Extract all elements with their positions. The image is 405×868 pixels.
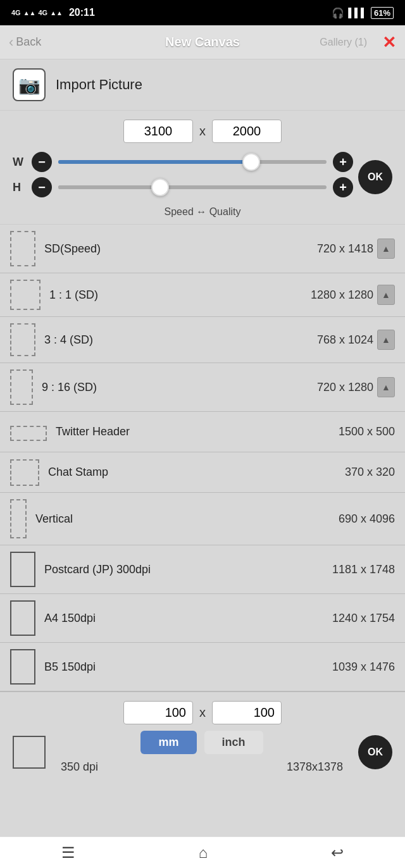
list-item[interactable]: A4 150dpi 1240 x 1754	[0, 594, 405, 643]
preset-info: Postcard (JP) 300dpi 1181 x 1748	[44, 563, 395, 576]
preset-thumb	[10, 649, 35, 685]
dpi-label: 350 dpi	[61, 760, 98, 774]
list-item[interactable]: Chat Stamp 370 x 320	[0, 452, 405, 493]
preset-info: Vertical 690 x 4096	[35, 512, 395, 526]
headphones-icon: 🎧	[332, 7, 344, 19]
preset-spinner[interactable]: ▲	[377, 285, 395, 305]
preset-name: Postcard (JP) 300dpi	[44, 563, 151, 576]
preset-info: SD(Speed) 720 x 1418 ▲	[44, 239, 395, 259]
speed-quality-label: Speed ↔ Quality	[13, 206, 392, 218]
custom-bottom-row: mm inch 350 dpi 1378x1378 OK	[13, 731, 392, 774]
w-label: W	[13, 156, 25, 169]
preset-size: 768 x 1024	[317, 333, 373, 347]
preset-name: 9 : 16 (SD)	[42, 381, 97, 394]
dpi-row: 350 dpi 1378x1378	[54, 760, 349, 774]
status-bar: 4G ▲▲ 4G ▲▲ 20:11 🎧 ▌▌▌ 61%	[0, 0, 405, 25]
list-item[interactable]: Vertical 690 x 4096	[0, 493, 405, 545]
list-item[interactable]: Twitter Header 1500 x 500	[0, 412, 405, 452]
preset-thumb	[10, 499, 27, 538]
custom-dim-row: x	[13, 701, 392, 724]
preset-name: 1 : 1 (SD)	[49, 288, 98, 302]
nav-bar: ‹ Back Gallery (1) New Canvas ✕	[0, 25, 405, 59]
import-icon-box: 📷	[13, 68, 46, 101]
preset-name: B5 150dpi	[44, 660, 96, 674]
list-item[interactable]: SD(Speed) 720 x 1418 ▲	[0, 225, 405, 273]
import-picture-row[interactable]: 📷 Import Picture	[0, 59, 405, 111]
custom-height-input[interactable]	[212, 701, 282, 724]
preset-thumb	[10, 552, 35, 587]
preset-info: 1 : 1 (SD) 1280 x 1280 ▲	[49, 285, 395, 305]
width-increase-button[interactable]: +	[333, 152, 353, 172]
preset-name: SD(Speed)	[44, 242, 101, 256]
slider-rows-wrapper: W − + H − +	[13, 152, 392, 202]
status-left: 4G ▲▲ 4G ▲▲ 20:11	[11, 7, 95, 18]
custom-controls: mm inch 350 dpi 1378x1378	[54, 731, 349, 774]
slider-rows-col: W − + H − +	[13, 152, 353, 202]
back-button[interactable]: ‹ Back	[9, 34, 41, 51]
preset-list: SD(Speed) 720 x 1418 ▲ 1 : 1 (SD) 1280 x…	[0, 225, 405, 691]
preset-name: 3 : 4 (SD)	[44, 333, 93, 347]
list-item[interactable]: B5 150dpi 1039 x 1476	[0, 643, 405, 691]
dim-values-row: x	[13, 120, 392, 143]
custom-width-input[interactable]	[123, 701, 193, 724]
camera-icon: 📷	[18, 75, 40, 96]
preset-thumb	[10, 323, 35, 356]
height-slider-fill	[58, 185, 160, 189]
close-button[interactable]: ✕	[382, 34, 396, 51]
height-input[interactable]	[212, 120, 282, 143]
list-item[interactable]: 3 : 4 (SD) 768 x 1024 ▲	[0, 317, 405, 363]
preset-size: 720 x 1418	[317, 242, 373, 256]
preset-name: Twitter Header	[56, 425, 130, 438]
unit-row: mm inch	[54, 731, 349, 754]
custom-x-separator: x	[199, 705, 206, 720]
signal-dots-2: ▲▲	[50, 9, 63, 16]
menu-icon[interactable]: ☰	[61, 844, 75, 862]
height-increase-button[interactable]: +	[333, 177, 353, 197]
height-slider-track[interactable]	[58, 185, 327, 189]
width-slider-track[interactable]	[58, 160, 327, 164]
inch-unit-button[interactable]: inch	[204, 731, 263, 754]
preset-thumb	[10, 600, 35, 636]
preset-name: Vertical	[35, 512, 73, 526]
preset-info: Twitter Header 1500 x 500	[56, 425, 395, 438]
main-content: 📷 Import Picture x W − +	[0, 59, 405, 836]
preset-spinner[interactable]: ▲	[377, 377, 395, 397]
list-item[interactable]: 1 : 1 (SD) 1280 x 1280 ▲	[0, 273, 405, 317]
height-slider-row: H − +	[13, 177, 353, 197]
back-label: Back	[16, 35, 41, 49]
preset-info: A4 150dpi 1240 x 1754	[44, 612, 395, 625]
preset-spinner[interactable]: ▲	[377, 330, 395, 350]
preset-name: Chat Stamp	[48, 466, 108, 479]
width-slider-thumb	[242, 153, 260, 171]
preset-info: 3 : 4 (SD) 768 x 1024 ▲	[44, 330, 395, 350]
preset-info: Chat Stamp 370 x 320	[48, 466, 395, 479]
height-decrease-button[interactable]: −	[32, 177, 52, 197]
mm-unit-button[interactable]: mm	[140, 731, 196, 754]
signal-4g-1: 4G	[11, 9, 21, 16]
status-right: 🎧 ▌▌▌ 61%	[332, 7, 394, 19]
dim-x-separator: x	[199, 124, 206, 139]
preset-size: 1240 x 1754	[332, 612, 395, 625]
bottom-nav-bar: ☰ ⌂ ↩	[0, 836, 405, 868]
width-input[interactable]	[123, 120, 193, 143]
signal-4g-2: 4G	[38, 9, 47, 16]
signal-bars-icon: ▌▌▌	[348, 8, 367, 18]
time: 20:11	[69, 7, 95, 18]
home-icon[interactable]: ⌂	[199, 844, 208, 862]
preset-size: 370 x 320	[345, 466, 395, 479]
back-nav-icon[interactable]: ↩	[331, 844, 344, 862]
preset-thumb	[10, 280, 40, 310]
dimension-section: x W − + H −	[0, 111, 405, 225]
list-item[interactable]: 9 : 16 (SD) 720 x 1280 ▲	[0, 363, 405, 412]
width-decrease-button[interactable]: −	[32, 152, 52, 172]
preset-size: 1280 x 1280	[311, 288, 373, 302]
preset-spinner[interactable]: ▲	[377, 239, 395, 259]
preset-thumb	[10, 459, 39, 486]
custom-size-section: x mm inch 350 dpi 1378x1378 OK	[0, 691, 405, 780]
pixel-size-value: 1378x1378	[287, 760, 343, 774]
preset-size: 690 x 4096	[339, 512, 395, 526]
dimension-ok-button[interactable]: OK	[358, 160, 392, 194]
custom-thumb	[13, 736, 46, 769]
custom-ok-button[interactable]: OK	[358, 735, 392, 769]
list-item[interactable]: Postcard (JP) 300dpi 1181 x 1748	[0, 545, 405, 594]
